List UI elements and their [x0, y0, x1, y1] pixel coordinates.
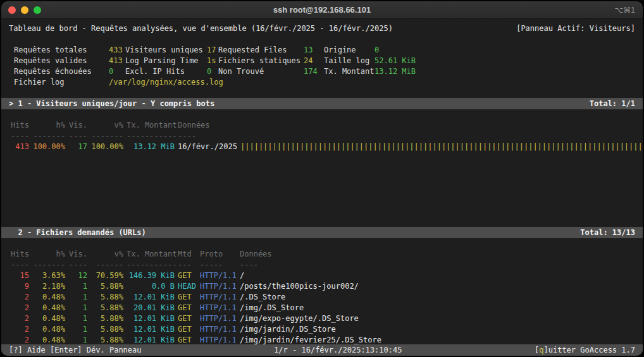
spacer: [1, 152, 643, 227]
hits-percent: 0.48%: [32, 292, 65, 303]
summary-label: Fichier log: [14, 77, 109, 88]
hits-percent: 0.48%: [32, 324, 65, 335]
hits-value: 2: [10, 303, 29, 313]
divider: ----: [240, 260, 258, 270]
http-method: GET: [178, 270, 197, 281]
col-header-visitors: Vis.: [68, 120, 87, 131]
spacer: [1, 88, 643, 98]
summary-value: 0: [109, 66, 125, 77]
panel2-total: Total: 13/13: [580, 227, 635, 238]
summary-row-failed: Requêtes échouées 0 Excl. IP Hits 0 Non …: [1, 66, 643, 77]
summary-value: 0: [375, 45, 643, 56]
panel2-divider-row: ---- ------- ---- ------ ----------- ---…: [1, 260, 643, 270]
table-row: 15 3.63% 12 70.59% 146.39 KiB GET HTTP/1…: [1, 270, 643, 281]
divider: -------: [32, 131, 65, 142]
panel2-title: 2 - Fichiers demandés (URLs): [9, 227, 146, 238]
panel2-column-headers: Hits h% Vis. v% Tx. Montant Mtd Proto Do…: [1, 249, 643, 260]
status-position-timestamp: 1/r - 16/févr./2025:13:10:45: [274, 344, 402, 356]
tx-amount: 20.01 KiB: [127, 303, 175, 313]
http-method: GET: [178, 324, 197, 335]
summary-label: Origine: [324, 45, 375, 56]
hits-value: 15: [10, 270, 29, 281]
col-header-hits: Hits: [10, 120, 29, 131]
divider: -----------: [127, 131, 175, 142]
hits-value: 2: [10, 324, 29, 335]
hits-percent: 100.00%: [32, 142, 65, 152]
divider: ----: [68, 131, 87, 142]
visitors-percent: 5.88%: [90, 324, 123, 335]
panel1-header: > 1 - Visiteurs uniques/jour - Y compris…: [1, 98, 643, 109]
overview-title: Tableau de bord - Requêtes analysées, vu…: [9, 23, 393, 34]
hits-percent: 3.63%: [32, 270, 65, 281]
col-header-method: Mtd: [178, 249, 197, 260]
http-method: GET: [178, 303, 197, 313]
visitors-value: 12: [68, 270, 87, 281]
hits-percent: 0.48%: [32, 313, 65, 324]
summary-label: Log Parsing Time: [125, 56, 207, 66]
quit-hint-suffix: ]uitter GoAccess 1.7: [544, 346, 636, 354]
visitors-percent: 5.88%: [90, 292, 123, 303]
window-controls: [8, 6, 41, 14]
http-protocol: HTTP/1.1: [200, 292, 237, 303]
visitors-value: 1: [68, 313, 87, 324]
table-row: 2 0.48% 1 5.88% 12.01 KiB GET HTTP/1.1 /…: [1, 324, 643, 335]
http-protocol: HTTP/1.1: [200, 270, 237, 281]
close-button[interactable]: [8, 6, 16, 14]
divider: -------: [32, 260, 65, 270]
status-bar: [?] Aide [Enter] Dév. Panneau 1/r - 16/f…: [1, 344, 643, 356]
log-file-path: /var/log/nginx/access.log: [109, 77, 643, 88]
hits-bar-chart: ||||||||||||||||||||||||||||||||||||||||…: [240, 142, 643, 152]
hits-value: 2: [10, 292, 29, 303]
quit-hint: [q]uitter GoAccess 1.7: [535, 344, 635, 356]
divider: ----: [68, 260, 87, 270]
col-header-hits: Hits: [10, 249, 29, 260]
summary-row-totals: Requêtes totales 433 Visiteurs uniques 1…: [1, 45, 643, 56]
http-protocol: HTTP/1.1: [200, 281, 237, 292]
terminal-screen[interactable]: Tableau de bord - Requêtes analysées, vu…: [1, 20, 643, 356]
url-value: /posts/the100pics-jour002/: [240, 281, 359, 292]
spacer: [1, 109, 643, 120]
http-method: GET: [178, 313, 197, 324]
hits-value: 2: [10, 313, 29, 324]
panel1-title: > 1 - Visiteurs uniques/jour - Y compris…: [9, 98, 214, 109]
summary-row-valid: Requêtes valides 413 Log Parsing Time 1s…: [1, 56, 643, 66]
zoom-button[interactable]: [34, 6, 41, 14]
table-row: 2 0.48% 1 5.88% 20.01 KiB GET HTTP/1.1 /…: [1, 303, 643, 313]
col-header-visitors: Vis.: [68, 249, 87, 260]
titlebar[interactable]: ssh root@192.168.66.101 ⌥⌘1: [1, 1, 643, 19]
visitors-value: 17: [68, 142, 87, 152]
minimize-button[interactable]: [21, 6, 28, 14]
hits-percent: 2.18%: [32, 281, 65, 292]
divider: ----: [10, 260, 29, 270]
url-value: /img/jardin/.DS_Store: [240, 324, 336, 335]
col-header-tx-amount: Tx. Montant: [127, 120, 175, 131]
http-method: HEAD: [178, 281, 197, 292]
window-title: ssh root@192.168.66.101: [1, 5, 643, 15]
col-header-tx-amount: Tx. Montant: [127, 249, 175, 260]
summary-value: 52.61 KiB: [375, 56, 643, 66]
summary-label: Excl. IP Hits: [125, 66, 207, 77]
summary-label: Taille log: [324, 56, 375, 66]
tx-amount: 13.12 MiB: [127, 142, 175, 152]
summary-label: Requested Files: [218, 45, 304, 56]
terminal-window: ssh root@192.168.66.101 ⌥⌘1 Tableau de b…: [1, 1, 643, 356]
summary-value: 24: [304, 56, 324, 66]
summary-value: 13.12 MiB: [375, 66, 643, 77]
table-row: 2 0.48% 1 5.88% 12.01 KiB GET HTTP/1.1 /…: [1, 292, 643, 303]
http-protocol: HTTP/1.1: [200, 324, 237, 335]
summary-label: Tx. Montant: [324, 66, 375, 77]
divider: -------: [90, 131, 123, 142]
table-row: 2 0.48% 1 5.88% 12.01 KiB GET HTTP/1.1 /…: [1, 313, 643, 324]
summary-value: 433: [109, 45, 125, 56]
col-header-visitors-percent: v%: [90, 249, 123, 260]
summary-row-logfile: Fichier log /var/log/nginx/access.log: [1, 77, 643, 88]
active-panel-indicator: [Panneau Actif: Visiteurs]: [516, 23, 635, 34]
summary-label: Requêtes valides: [14, 56, 109, 66]
url-value: /img/.DS_Store: [240, 303, 304, 313]
summary-value: 13: [304, 45, 324, 56]
visitors-percent: 100.00%: [90, 142, 123, 152]
summary-value: 174: [304, 66, 324, 77]
tx-amount: 12.01 KiB: [127, 324, 175, 335]
summary-label: Visiteurs uniques: [125, 45, 207, 56]
panel2-header: 2 - Fichiers demandés (URLs) Total: 13/1…: [1, 227, 643, 238]
